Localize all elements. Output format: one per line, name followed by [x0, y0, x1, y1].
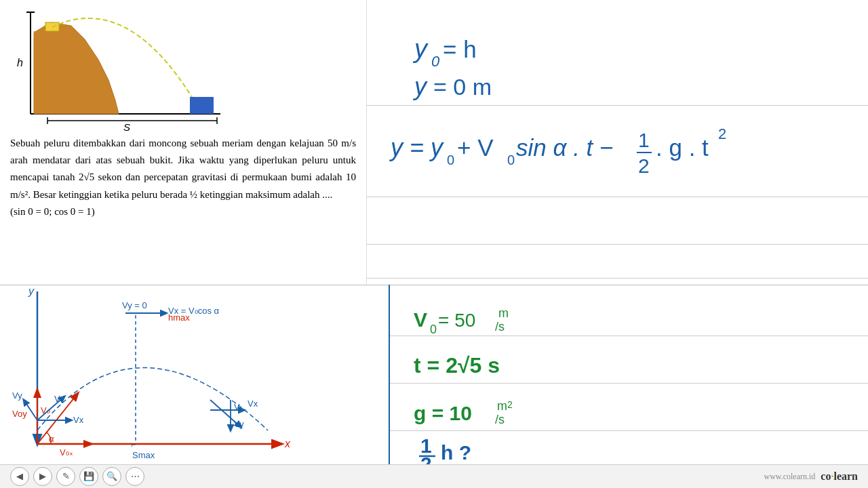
- bottom-bar: ◀ ▶ ✎ 💾 🔍 ⋯ www.colearn.id co·learn: [0, 464, 868, 488]
- brand-name: co·learn: [821, 470, 858, 483]
- svg-text:y: y: [28, 285, 35, 297]
- problem-condition: (sin 0 = 0; cos 0 = 1): [10, 206, 356, 218]
- svg-text:Vy: Vy: [12, 390, 22, 401]
- svg-text:x: x: [284, 438, 291, 449]
- hill-diagram: h S: [10, 5, 234, 131]
- svg-rect-6: [190, 97, 214, 114]
- svg-text:0: 0: [507, 152, 515, 167]
- next-button[interactable]: ▶: [33, 467, 52, 486]
- svg-text:2: 2: [638, 155, 650, 177]
- svg-text:Vy: Vy: [234, 419, 244, 429]
- website-url: www.colearn.id: [764, 472, 815, 482]
- svg-text:+ V: + V: [457, 134, 494, 161]
- svg-text:Vx = V₀cos α: Vx = V₀cos α: [168, 306, 219, 316]
- svg-text:Smax: Smax: [132, 450, 155, 460]
- zoom-button[interactable]: 🔍: [102, 467, 121, 486]
- svg-text:y: y: [412, 73, 428, 100]
- svg-text:. g . t: . g . t: [656, 134, 709, 161]
- svg-text:m: m: [498, 306, 509, 320]
- save-button[interactable]: 💾: [79, 467, 98, 486]
- svg-rect-4: [34, 31, 61, 38]
- svg-text:Vx: Vx: [73, 415, 84, 425]
- given-values: V 0 = 50 m /s t = 2√5 s g = 10 m /s 2 1 …: [407, 291, 644, 468]
- svg-text:Vy = 0: Vy = 0: [122, 300, 147, 310]
- problem-text: Sebuah peluru ditembakkan dari moncong s…: [10, 135, 356, 203]
- svg-text:2: 2: [718, 125, 726, 142]
- s-label: S: [123, 121, 130, 131]
- svg-text:sin α . t −: sin α . t −: [516, 134, 614, 161]
- svg-text:Vx: Vx: [248, 399, 258, 409]
- svg-text:V: V: [54, 394, 60, 404]
- y0-equation: y 0 = h y = 0 m: [408, 20, 557, 108]
- vector-diagram: y x Voy V₀ α V₀ₓ Vy V Vx: [0, 285, 390, 464]
- svg-text:V: V: [234, 402, 240, 412]
- svg-text:y: y: [412, 35, 429, 63]
- svg-text:Voy: Voy: [12, 409, 27, 419]
- motion-equation: y = y 0 + V 0 sin α . t − 1 2 . g . t 2: [387, 112, 848, 186]
- svg-text:α: α: [49, 434, 54, 444]
- prev-button[interactable]: ◀: [10, 467, 29, 486]
- h-label: h: [17, 57, 23, 68]
- svg-text:m: m: [497, 399, 507, 413]
- svg-text:/s: /s: [495, 320, 505, 333]
- svg-text:t = 2√5 s: t = 2√5 s: [414, 353, 500, 378]
- svg-text:/s: /s: [495, 413, 505, 426]
- colearn-branding: www.colearn.id co·learn: [764, 470, 858, 483]
- more-button[interactable]: ⋯: [125, 467, 144, 486]
- svg-text:2: 2: [507, 399, 513, 410]
- svg-text:0: 0: [447, 152, 454, 167]
- edit-button[interactable]: ✎: [56, 467, 75, 486]
- svg-text:V₀ₓ: V₀ₓ: [60, 447, 73, 458]
- bottom-controls: ◀ ▶ ✎ 💾 🔍 ⋯: [10, 467, 144, 486]
- svg-text:g = 10: g = 10: [414, 402, 472, 424]
- svg-text:= h: = h: [443, 36, 477, 62]
- svg-text:h ?: h ?: [441, 441, 471, 464]
- svg-text:1: 1: [638, 129, 650, 151]
- svg-text:= 50: = 50: [438, 310, 475, 331]
- svg-text:⌐: ⌐: [131, 440, 136, 449]
- svg-text:0: 0: [430, 323, 437, 336]
- svg-text:y = y: y = y: [389, 134, 444, 161]
- svg-text:V: V: [414, 308, 427, 331]
- svg-text:0: 0: [431, 53, 440, 70]
- svg-text:= 0 m: = 0 m: [433, 74, 492, 100]
